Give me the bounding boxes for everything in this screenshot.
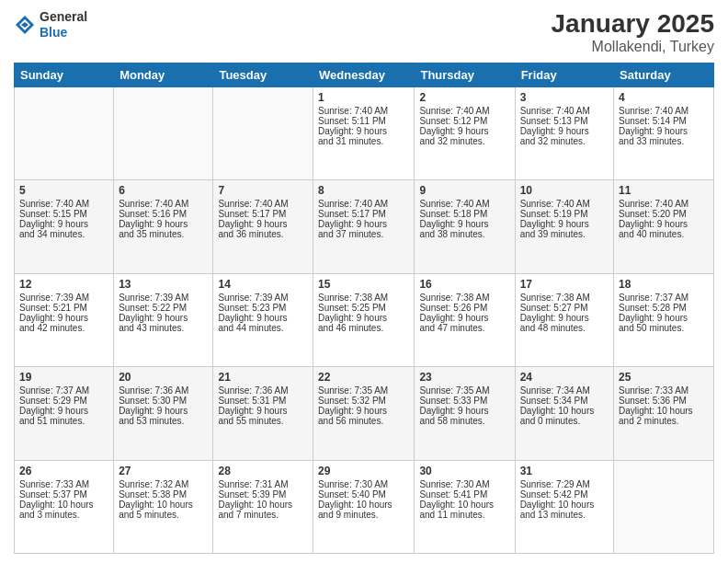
day-number: 30 [419, 465, 509, 477]
day-content-line: Sunset: 5:37 PM [19, 489, 108, 500]
day-content-line: Daylight: 10 hours [520, 500, 609, 510]
day-content-line: Sunset: 5:11 PM [318, 116, 409, 126]
calendar-header-thursday: Thursday [415, 63, 515, 87]
calendar-cell: 18Sunrise: 7:37 AMSunset: 5:28 PMDayligh… [614, 273, 714, 366]
calendar-cell: 22Sunrise: 7:35 AMSunset: 5:32 PMDayligh… [313, 367, 415, 460]
day-content-line: Sunrise: 7:40 AM [619, 199, 709, 209]
calendar-cell: 26Sunrise: 7:33 AMSunset: 5:37 PMDayligh… [15, 460, 114, 553]
calendar-cell: 15Sunrise: 7:38 AMSunset: 5:25 PMDayligh… [313, 273, 415, 366]
day-content-line: and 34 minutes. [19, 229, 108, 239]
day-number: 10 [520, 184, 609, 197]
day-content-line: and 44 minutes. [218, 323, 308, 333]
calendar-cell: 27Sunrise: 7:32 AMSunset: 5:38 PMDayligh… [114, 460, 213, 553]
title-block: January 2025 Mollakendi, Turkey [552, 9, 714, 55]
day-number: 25 [619, 371, 709, 384]
calendar-cell: 12Sunrise: 7:39 AMSunset: 5:21 PMDayligh… [15, 273, 114, 366]
day-content-line: and 32 minutes. [520, 136, 609, 146]
calendar-cell: 13Sunrise: 7:39 AMSunset: 5:22 PMDayligh… [114, 273, 213, 366]
day-number: 8 [318, 184, 409, 197]
day-content-line: and 0 minutes. [520, 416, 609, 426]
day-content-line: Sunset: 5:13 PM [520, 116, 609, 126]
day-content-line: Daylight: 9 hours [520, 313, 609, 323]
day-content-line: Sunrise: 7:40 AM [119, 199, 208, 209]
day-content-line: Sunrise: 7:40 AM [619, 106, 709, 116]
calendar-cell: 10Sunrise: 7:40 AMSunset: 5:19 PMDayligh… [515, 180, 613, 273]
calendar-header-friday: Friday [515, 63, 613, 87]
day-number: 22 [318, 371, 409, 384]
calendar-cell: 20Sunrise: 7:36 AMSunset: 5:30 PMDayligh… [114, 367, 213, 460]
calendar-cell: 4Sunrise: 7:40 AMSunset: 5:14 PMDaylight… [614, 87, 714, 180]
day-content-line: Sunset: 5:27 PM [520, 303, 609, 313]
day-content-line: and 2 minutes. [619, 416, 709, 426]
calendar-cell [15, 87, 114, 180]
day-content-line: Sunrise: 7:32 AM [119, 479, 208, 489]
day-number: 2 [419, 91, 509, 104]
calendar-week-row: 12Sunrise: 7:39 AMSunset: 5:21 PMDayligh… [15, 273, 714, 366]
logo: General Blue [14, 9, 87, 40]
day-content-line: and 38 minutes. [419, 229, 509, 239]
day-content-line: and 11 minutes. [419, 510, 509, 520]
day-content-line: Sunrise: 7:36 AM [218, 385, 308, 396]
day-content-line: Sunrise: 7:37 AM [19, 385, 108, 396]
calendar-header-saturday: Saturday [614, 63, 714, 87]
day-content-line: Sunrise: 7:36 AM [119, 385, 208, 396]
day-content-line: Sunrise: 7:38 AM [318, 293, 409, 303]
day-content-line: and 9 minutes. [318, 510, 409, 520]
day-content-line: Daylight: 9 hours [619, 219, 709, 229]
logo-general: General [40, 9, 87, 25]
day-content-line: Sunset: 5:28 PM [619, 303, 709, 313]
day-content-line: Daylight: 9 hours [619, 126, 709, 136]
logo-blue: Blue [40, 25, 87, 40]
day-number: 4 [619, 91, 709, 104]
day-content-line: Daylight: 9 hours [119, 313, 208, 323]
logo-text: General Blue [40, 9, 87, 40]
day-content-line: and 47 minutes. [419, 323, 509, 333]
day-number: 6 [119, 184, 208, 197]
calendar-cell: 21Sunrise: 7:36 AMSunset: 5:31 PMDayligh… [213, 367, 313, 460]
day-content-line: Sunrise: 7:40 AM [419, 106, 509, 116]
calendar-cell: 28Sunrise: 7:31 AMSunset: 5:39 PMDayligh… [213, 460, 313, 553]
calendar-week-row: 1Sunrise: 7:40 AMSunset: 5:11 PMDaylight… [15, 87, 714, 180]
calendar-week-row: 26Sunrise: 7:33 AMSunset: 5:37 PMDayligh… [15, 460, 714, 553]
day-content-line: Sunset: 5:21 PM [19, 303, 108, 313]
calendar-header-tuesday: Tuesday [213, 63, 313, 87]
day-content-line: Daylight: 9 hours [318, 126, 409, 136]
day-content-line: Sunset: 5:20 PM [619, 209, 709, 219]
day-content-line: and 58 minutes. [419, 416, 509, 426]
day-content-line: Daylight: 9 hours [19, 219, 108, 229]
calendar-cell: 5Sunrise: 7:40 AMSunset: 5:15 PMDaylight… [15, 180, 114, 273]
day-content-line: and 56 minutes. [318, 416, 409, 426]
day-content-line: Daylight: 9 hours [520, 219, 609, 229]
day-content-line: Daylight: 9 hours [318, 219, 409, 229]
calendar-header-wednesday: Wednesday [313, 63, 415, 87]
day-content-line: and 40 minutes. [619, 229, 709, 239]
day-content-line: and 53 minutes. [119, 416, 208, 426]
calendar-header-monday: Monday [114, 63, 213, 87]
day-content-line: Sunset: 5:42 PM [520, 489, 609, 500]
day-number: 15 [318, 278, 409, 291]
day-content-line: Sunset: 5:34 PM [520, 396, 609, 406]
day-content-line: Daylight: 10 hours [218, 500, 308, 510]
day-content-line: Sunrise: 7:39 AM [19, 293, 108, 303]
day-content-line: and 51 minutes. [19, 416, 108, 426]
calendar-cell: 9Sunrise: 7:40 AMSunset: 5:18 PMDaylight… [415, 180, 515, 273]
page: General Blue January 2025 Mollakendi, Tu… [0, 0, 728, 563]
day-content-line: and 35 minutes. [119, 229, 208, 239]
day-content-line: Sunset: 5:31 PM [218, 396, 308, 406]
day-number: 5 [19, 184, 108, 197]
day-number: 28 [218, 465, 308, 477]
day-content-line: Sunrise: 7:40 AM [19, 199, 108, 209]
day-content-line: Sunrise: 7:39 AM [218, 293, 308, 303]
day-content-line: Daylight: 10 hours [619, 406, 709, 416]
logo-icon [14, 14, 36, 36]
day-number: 14 [218, 278, 308, 291]
calendar-week-row: 5Sunrise: 7:40 AMSunset: 5:15 PMDaylight… [15, 180, 714, 273]
day-content-line: Sunset: 5:26 PM [419, 303, 509, 313]
day-content-line: Daylight: 9 hours [520, 126, 609, 136]
day-content-line: Sunset: 5:33 PM [419, 396, 509, 406]
calendar-cell [213, 87, 313, 180]
day-content-line: and 3 minutes. [19, 510, 108, 520]
day-content-line: Sunset: 5:12 PM [419, 116, 509, 126]
day-content-line: Sunset: 5:16 PM [119, 209, 208, 219]
day-content-line: Sunset: 5:17 PM [218, 209, 308, 219]
